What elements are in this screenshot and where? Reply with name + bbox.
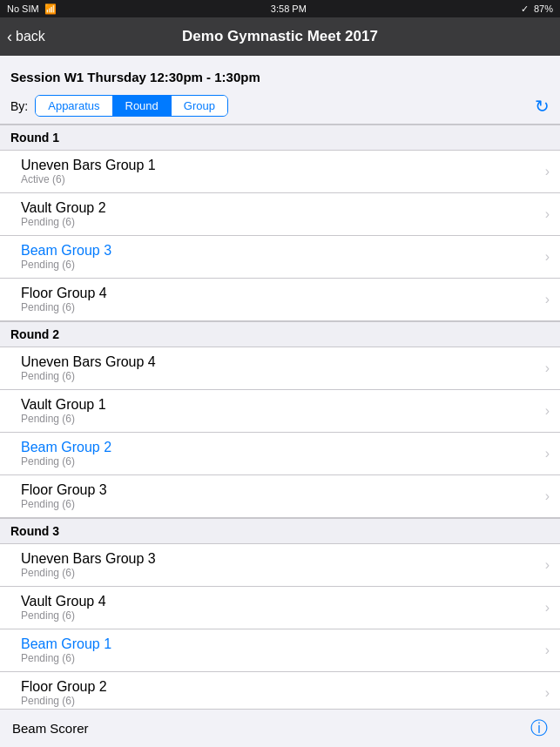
item-status-r1-i4: Pending (6) xyxy=(21,301,538,313)
round-header-1: Round 1 xyxy=(0,124,560,151)
battery-label: 87% xyxy=(534,3,553,14)
status-bar: No SIM 📶 3:58 PM ✓ 87% xyxy=(0,0,560,17)
back-chevron-icon: ‹ xyxy=(7,29,12,44)
chevron-right-icon-r3-i4: › xyxy=(545,685,550,701)
chevron-right-icon-r1-i2: › xyxy=(545,206,550,222)
bottom-bar-title: Beam Scorer xyxy=(12,721,89,736)
item-name-r1-i2: Vault Group 2 xyxy=(21,200,538,216)
filter-button-group: Apparatus Round Group xyxy=(35,95,228,117)
back-button[interactable]: ‹ back xyxy=(7,29,45,44)
list-item-r2-i1[interactable]: Uneven Bars Group 4Pending (6)› xyxy=(0,347,560,390)
list-item-r1-i1[interactable]: Uneven Bars Group 1Active (6)› xyxy=(0,151,560,193)
filter-btn-group[interactable]: Group xyxy=(172,96,227,116)
filter-bar: By: Apparatus Round Group ↻ xyxy=(0,90,560,124)
filter-btn-apparatus[interactable]: Apparatus xyxy=(36,96,112,116)
item-name-r2-i4: Floor Group 3 xyxy=(21,482,538,498)
item-name-r3-i4: Floor Group 2 xyxy=(21,679,538,695)
chevron-right-icon-r3-i2: › xyxy=(545,600,550,616)
list-item-r1-i4[interactable]: Floor Group 4Pending (6)› xyxy=(0,279,560,321)
item-status-r3-i1: Pending (6) xyxy=(21,567,538,579)
chevron-right-icon-r1-i4: › xyxy=(545,292,550,307)
item-status-r3-i2: Pending (6) xyxy=(21,609,538,622)
item-status-r3-i3: Pending (6) xyxy=(21,652,538,664)
item-status-r2-i4: Pending (6) xyxy=(21,498,538,510)
chevron-right-icon-r1-i3: › xyxy=(545,249,550,265)
list-item-r1-i3[interactable]: Beam Group 3Pending (6)› xyxy=(0,236,560,279)
bluetooth-icon: ✓ xyxy=(521,3,529,15)
item-status-r1-i1: Active (6) xyxy=(21,173,538,185)
item-name-r1-i4: Floor Group 4 xyxy=(21,286,538,301)
list-item-r2-i4[interactable]: Floor Group 3Pending (6)› xyxy=(0,475,560,518)
chevron-right-icon-r2-i3: › xyxy=(545,446,550,461)
chevron-right-icon-r2-i2: › xyxy=(545,403,550,419)
session-header: Session W1 Thursday 12:30pm - 1:30pm xyxy=(0,56,560,90)
chevron-right-icon-r3-i1: › xyxy=(545,557,550,573)
filter-btn-round[interactable]: Round xyxy=(113,96,172,116)
chevron-right-icon-r1-i1: › xyxy=(545,164,550,179)
list-item-r3-i3[interactable]: Beam Group 1Pending (6)› xyxy=(0,629,560,672)
chevron-right-icon-r2-i1: › xyxy=(545,360,550,376)
item-name-r3-i1: Uneven Bars Group 3 xyxy=(21,551,538,567)
nav-title: Demo Gymnastic Meet 2017 xyxy=(182,28,378,45)
item-status-r3-i4: Pending (6) xyxy=(21,695,538,707)
item-name-r3-i3: Beam Group 1 xyxy=(21,636,538,652)
back-label: back xyxy=(16,29,45,44)
item-name-r1-i1: Uneven Bars Group 1 xyxy=(21,158,538,173)
round-header-3: Round 3 xyxy=(0,518,560,544)
carrier-label: No SIM xyxy=(7,3,39,14)
session-title: Session W1 Thursday 12:30pm - 1:30pm xyxy=(10,63,550,90)
item-name-r1-i3: Beam Group 3 xyxy=(21,243,538,259)
refresh-icon[interactable]: ↻ xyxy=(535,96,550,117)
item-name-r2-i1: Uneven Bars Group 4 xyxy=(21,354,538,370)
content-area: Round 1Uneven Bars Group 1Active (6)›Vau… xyxy=(0,124,560,747)
item-status-r2-i1: Pending (6) xyxy=(21,370,538,382)
nav-bar: ‹ back Demo Gymnastic Meet 2017 xyxy=(0,17,560,56)
item-name-r2-i2: Vault Group 1 xyxy=(21,397,538,413)
time-label: 3:58 PM xyxy=(271,3,307,14)
filter-by-label: By: xyxy=(10,99,28,113)
list-item-r3-i1[interactable]: Uneven Bars Group 3Pending (6)› xyxy=(0,544,560,587)
item-status-r2-i3: Pending (6) xyxy=(21,455,538,468)
item-status-r1-i3: Pending (6) xyxy=(21,259,538,271)
chevron-right-icon-r2-i4: › xyxy=(545,488,550,504)
wifi-icon: 📶 xyxy=(44,3,57,15)
list-item-r2-i3[interactable]: Beam Group 2Pending (6)› xyxy=(0,433,560,475)
item-status-r2-i2: Pending (6) xyxy=(21,413,538,425)
bottom-bar: Beam Scorer ⓘ xyxy=(0,709,560,747)
item-status-r1-i2: Pending (6) xyxy=(21,216,538,228)
list-item-r2-i2[interactable]: Vault Group 1Pending (6)› xyxy=(0,390,560,433)
list-item-r1-i2[interactable]: Vault Group 2Pending (6)› xyxy=(0,193,560,236)
info-icon[interactable]: ⓘ xyxy=(530,717,548,740)
item-name-r3-i2: Vault Group 4 xyxy=(21,594,538,609)
round-header-2: Round 2 xyxy=(0,321,560,347)
item-name-r2-i3: Beam Group 2 xyxy=(21,440,538,455)
list-item-r3-i2[interactable]: Vault Group 4Pending (6)› xyxy=(0,587,560,629)
chevron-right-icon-r3-i3: › xyxy=(545,643,550,658)
